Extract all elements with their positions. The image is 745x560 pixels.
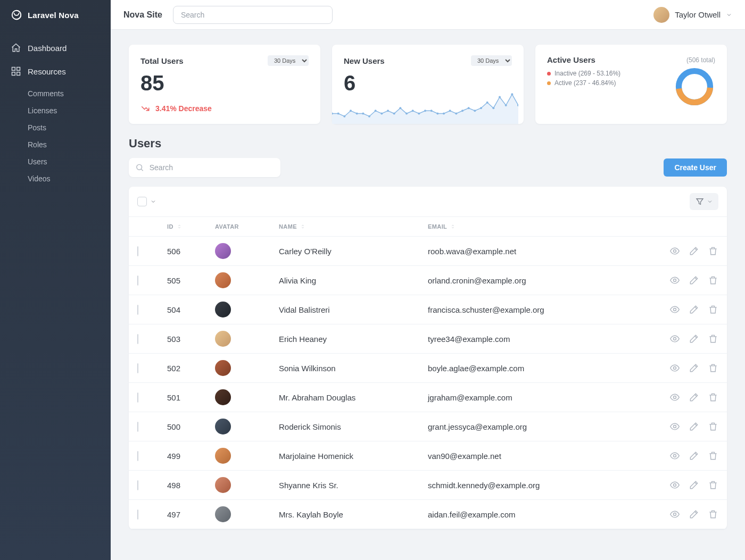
trash-icon[interactable] <box>708 363 718 373</box>
edit-icon[interactable] <box>689 450 699 461</box>
site-name: Nova Site <box>123 10 162 20</box>
th-id[interactable]: ID <box>167 223 215 230</box>
row-checkbox[interactable] <box>137 246 138 256</box>
edit-icon[interactable] <box>689 509 699 520</box>
cell-name[interactable]: Vidal Balistreri <box>279 305 428 314</box>
trash-icon[interactable] <box>708 246 718 256</box>
select-all-checkbox[interactable] <box>137 197 147 206</box>
select-all-dropdown[interactable] <box>137 197 156 206</box>
view-icon[interactable] <box>669 275 680 286</box>
resource-search-input[interactable] <box>144 163 274 172</box>
cell-name[interactable]: Sonia Wilkinson <box>279 364 428 373</box>
filter-button[interactable] <box>690 193 718 210</box>
table-row: 501 Mr. Abraham Douglas jgraham@example.… <box>129 383 727 412</box>
view-icon[interactable] <box>669 333 680 344</box>
sidebar-item-posts[interactable]: Posts <box>0 119 111 136</box>
cell-id: 504 <box>167 305 215 314</box>
row-actions <box>633 450 718 461</box>
trash-icon[interactable] <box>708 275 718 286</box>
cell-email: tyree34@example.com <box>428 335 633 344</box>
brand[interactable]: Laravel Nova <box>0 0 111 30</box>
svg-rect-1 <box>12 68 15 71</box>
global-search-input[interactable] <box>173 6 333 24</box>
cell-email: van90@example.net <box>428 452 633 461</box>
nav: Dashboard Resources CommentsLicensesPost… <box>0 30 111 189</box>
sidebar-item-users[interactable]: Users <box>0 153 111 170</box>
cell-name[interactable]: Erich Heaney <box>279 335 428 344</box>
svg-point-46 <box>674 455 676 457</box>
cell-name[interactable]: Mr. Abraham Douglas <box>279 393 428 402</box>
trash-icon[interactable] <box>708 392 718 403</box>
create-user-button[interactable]: Create User <box>664 158 727 177</box>
nav-resources[interactable]: Resources <box>0 60 111 83</box>
cell-name[interactable]: Alivia King <box>279 276 428 285</box>
view-icon[interactable] <box>669 304 680 315</box>
svg-point-7 <box>343 115 345 118</box>
cell-id: 505 <box>167 276 215 285</box>
table-row: 497 Mrs. Kaylah Boyle aidan.feil@example… <box>129 500 727 529</box>
cell-name[interactable]: Carley O'Reilly <box>279 247 428 256</box>
view-icon[interactable] <box>669 509 680 520</box>
sidebar-item-videos[interactable]: Videos <box>0 170 111 187</box>
row-actions <box>633 363 718 373</box>
edit-icon[interactable] <box>689 421 699 432</box>
row-checkbox[interactable] <box>137 275 138 286</box>
row-checkbox[interactable] <box>137 334 138 344</box>
user-name: Taylor Otwell <box>675 10 721 19</box>
avatar <box>215 243 231 259</box>
edit-icon[interactable] <box>689 392 699 403</box>
view-icon[interactable] <box>669 480 680 490</box>
view-icon[interactable] <box>669 363 680 373</box>
cell-name[interactable]: Mrs. Kaylah Boyle <box>279 510 428 519</box>
th-email[interactable]: EMAIL <box>428 223 633 230</box>
period-select[interactable]: 30 Days <box>471 55 512 66</box>
th-name[interactable]: NAME <box>279 223 428 230</box>
cell-email: boyle.aglae@example.com <box>428 364 633 373</box>
trash-icon[interactable] <box>708 304 718 315</box>
edit-icon[interactable] <box>689 363 699 373</box>
edit-icon[interactable] <box>689 333 699 344</box>
trash-icon[interactable] <box>708 333 718 344</box>
row-checkbox[interactable] <box>137 392 138 403</box>
trash-icon[interactable] <box>708 509 718 520</box>
svg-point-39 <box>674 250 676 253</box>
svg-point-17 <box>405 113 408 115</box>
nav-resources-children: CommentsLicensesPostsRolesUsersVideos <box>0 83 111 189</box>
trash-icon[interactable] <box>708 421 718 432</box>
edit-icon[interactable] <box>689 275 699 286</box>
metric-title: New Users <box>344 56 385 65</box>
cell-id: 503 <box>167 335 215 344</box>
edit-icon[interactable] <box>689 304 699 315</box>
period-select[interactable]: 30 Days <box>268 55 309 66</box>
row-checkbox[interactable] <box>137 451 138 461</box>
edit-icon[interactable] <box>689 480 699 490</box>
view-icon[interactable] <box>669 246 680 256</box>
svg-point-11 <box>368 115 370 118</box>
nav-dashboard[interactable]: Dashboard <box>0 36 111 60</box>
svg-point-44 <box>674 396 676 399</box>
chevron-down-icon <box>726 12 732 18</box>
row-checkbox[interactable] <box>137 363 138 373</box>
trash-icon[interactable] <box>708 450 718 461</box>
row-checkbox[interactable] <box>137 480 138 490</box>
view-icon[interactable] <box>669 392 680 403</box>
metric-new-users: New Users 30 Days 6 <box>332 45 524 124</box>
row-actions <box>633 480 718 490</box>
user-menu[interactable]: Taylor Otwell <box>653 7 732 23</box>
row-checkbox[interactable] <box>137 422 138 432</box>
grid-icon <box>11 66 21 77</box>
cell-name[interactable]: Shyanne Kris Sr. <box>279 481 428 490</box>
row-checkbox[interactable] <box>137 509 138 520</box>
view-icon[interactable] <box>669 450 680 461</box>
sidebar-item-comments[interactable]: Comments <box>0 85 111 102</box>
cell-name[interactable]: Roderick Simonis <box>279 422 428 431</box>
row-checkbox[interactable] <box>137 305 138 315</box>
cell-name[interactable]: Marjolaine Homenick <box>279 452 428 461</box>
legend-dot-active <box>547 81 551 85</box>
edit-icon[interactable] <box>689 246 699 256</box>
view-icon[interactable] <box>669 421 680 432</box>
svg-point-21 <box>431 110 433 112</box>
trash-icon[interactable] <box>708 480 718 490</box>
sidebar-item-roles[interactable]: Roles <box>0 136 111 153</box>
sidebar-item-licenses[interactable]: Licenses <box>0 102 111 119</box>
